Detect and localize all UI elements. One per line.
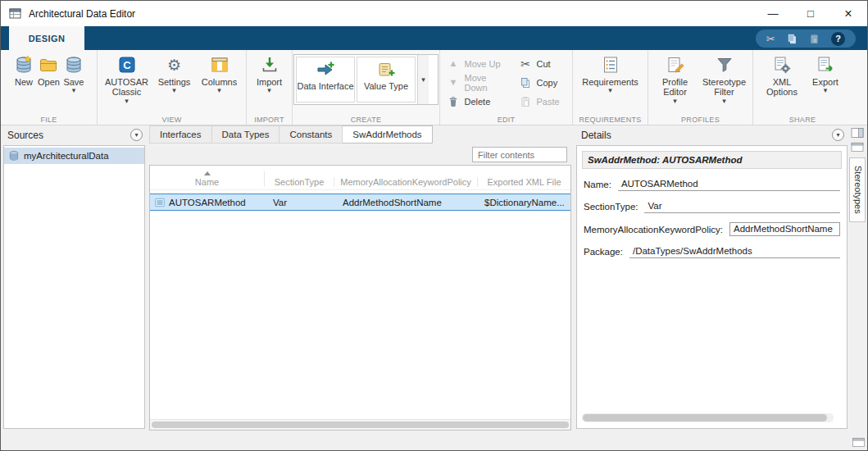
open-button[interactable]: Open	[36, 52, 61, 93]
requirements-icon	[601, 55, 620, 75]
column-header-sectiontype[interactable]: SectionType	[265, 177, 334, 187]
package-field[interactable]: /DataTypes/SwAddrMethods	[629, 245, 840, 258]
right-dock-strip: Stereotypes	[848, 125, 866, 450]
section-label-view: VIEW	[98, 116, 246, 124]
xml-options-button[interactable]: XML Options	[759, 52, 805, 98]
table-horizontal-scrollbar[interactable]	[150, 419, 570, 430]
tab-swaddrmethods[interactable]: SwAddrMethods	[343, 125, 432, 144]
ribbon: New Open Save ▾ FILE AUTOSAR Classic ▾ ⚙	[1, 50, 867, 125]
open-folder-icon	[39, 55, 58, 75]
table-row[interactable]: AUTOSARMethod Var AddrMethodShortName $D…	[150, 194, 570, 211]
copy-button[interactable]: Copy	[516, 73, 569, 92]
move-down-button[interactable]: ▼ Move Down	[444, 73, 515, 92]
tab-interfaces[interactable]: Interfaces	[149, 125, 212, 144]
scrollbar-thumb[interactable]	[583, 414, 827, 421]
xml-options-icon	[772, 55, 792, 75]
data-interface-button[interactable]: Data Interface	[296, 57, 355, 102]
stereotypes-side-tab[interactable]: Stereotypes	[849, 157, 866, 222]
scrollbar-thumb[interactable]	[152, 421, 569, 428]
ribbon-section-create: Data Interface Value Type ▾ CREATE	[293, 50, 440, 125]
autosar-classic-icon	[117, 55, 137, 75]
chevron-down-icon: ▾	[267, 87, 271, 93]
details-horizontal-scrollbar[interactable]	[582, 413, 834, 422]
columns-icon	[210, 55, 229, 75]
value-type-icon	[376, 60, 396, 80]
create-gallery: Data Interface Value Type ▾	[293, 54, 439, 105]
profile-editor-button[interactable]: Profile Editor ▾	[652, 52, 699, 104]
stereotype-filter-button[interactable]: Stereotype Filter ▾	[699, 52, 750, 104]
paste-icon[interactable]	[808, 33, 820, 45]
value-type-button[interactable]: Value Type	[357, 57, 416, 102]
columns-button[interactable]: Columns ▾	[197, 52, 243, 104]
filter-input[interactable]	[472, 147, 567, 162]
details-panel-title: Details	[581, 130, 611, 141]
ribbon-section-import: Import ▾ IMPORT	[247, 50, 293, 125]
ribbon-section-profiles: Profile Editor ▾ Stereotype Filter ▾ PRO…	[648, 50, 753, 125]
new-database-icon	[14, 55, 34, 75]
chevron-down-icon: ▾	[421, 76, 425, 83]
window-title: Architectural Data Editor	[29, 8, 135, 20]
app-icon	[9, 7, 22, 20]
sort-ascending-icon	[204, 171, 211, 175]
section-label-create: CREATE	[293, 116, 439, 124]
maximize-button[interactable]: □	[792, 1, 829, 26]
section-label-file: FILE	[1, 116, 97, 124]
minimize-button[interactable]: —	[754, 1, 792, 26]
chevron-down-icon: ▾	[673, 98, 677, 104]
corner-panel-icon[interactable]	[852, 436, 866, 448]
save-button[interactable]: Save ▾	[61, 52, 86, 93]
data-interface-icon	[316, 60, 335, 80]
section-label-share: SHARE	[753, 116, 852, 124]
cut-button[interactable]: ✂ Cut	[516, 54, 569, 73]
tab-design[interactable]: DESIGN	[9, 26, 84, 50]
name-field[interactable]: AUTOSARMethod	[618, 178, 840, 191]
chevron-down-icon: ▾	[172, 87, 176, 93]
content-panel: Interfaces Data Types Constants SwAddrMe…	[148, 125, 572, 450]
section-label-profiles: PROFILES	[648, 116, 752, 124]
chevron-down-icon: ▾	[72, 87, 76, 93]
export-icon	[816, 55, 835, 75]
details-collapse-button[interactable]: ▾	[832, 129, 844, 141]
move-up-button[interactable]: ▲ Move Up	[444, 54, 515, 73]
chevron-down-icon: ▾	[125, 98, 129, 104]
title-bar: Architectural Data Editor — □ ×	[1, 1, 867, 26]
close-button[interactable]: ×	[829, 1, 867, 26]
arrow-up-icon: ▲	[449, 59, 458, 68]
chevron-down-icon: ▾	[134, 132, 138, 139]
copy-icon[interactable]	[786, 33, 798, 45]
dock-panel-icon[interactable]	[850, 141, 865, 153]
settings-button[interactable]: ⚙ Settings ▾	[152, 52, 197, 104]
cut-icon[interactable]: ✂	[766, 34, 775, 44]
import-button[interactable]: Import ▾	[255, 52, 284, 93]
chevron-down-icon: ▾	[217, 87, 221, 93]
tab-data-types[interactable]: Data Types	[212, 125, 280, 144]
delete-button[interactable]: Delete	[444, 92, 515, 111]
copy-icon	[519, 76, 532, 89]
paste-button[interactable]: Paste	[516, 92, 569, 111]
new-button[interactable]: New	[11, 52, 36, 93]
help-button[interactable]: ?	[831, 32, 845, 46]
table-header-row: Name SectionType MemoryAllocationKeyword…	[150, 166, 570, 190]
autosar-classic-button[interactable]: AUTOSAR Classic ▾	[102, 52, 152, 104]
package-label: Package:	[584, 247, 623, 258]
column-header-memory-policy[interactable]: MemoryAllocationKeywordPolicy	[334, 177, 478, 187]
chevron-down-icon: ▾	[722, 98, 726, 104]
ribbon-section-share: XML Options Export ▾ SHARE	[753, 50, 852, 125]
quick-access-bar: ✂ ?	[756, 30, 856, 48]
section-label-edit: EDIT	[440, 116, 572, 124]
column-header-name[interactable]: Name	[150, 171, 265, 187]
requirements-button[interactable]: Requirements ▾	[577, 52, 644, 93]
memory-policy-field[interactable]: AddrMethodShortName	[729, 222, 840, 236]
export-button[interactable]: Export ▾	[805, 52, 846, 98]
tab-constants[interactable]: Constants	[279, 125, 343, 144]
trash-icon	[447, 95, 460, 108]
details-panel: Details ▾ SwAddrMethod: AUTOSARMethod Na…	[575, 125, 849, 450]
gallery-dropdown-button[interactable]: ▾	[417, 55, 429, 104]
ribbon-section-file: New Open Save ▾ FILE	[1, 50, 98, 125]
column-header-exported-xml[interactable]: Exported XML File	[478, 177, 570, 187]
sources-collapse-button[interactable]: ▾	[130, 129, 143, 141]
sectiontype-label: SectionType:	[584, 202, 638, 213]
sectiontype-field[interactable]: Var	[644, 200, 840, 213]
dock-layout-icon[interactable]	[850, 127, 865, 139]
source-item[interactable]: myArchitecturalData	[4, 148, 144, 164]
